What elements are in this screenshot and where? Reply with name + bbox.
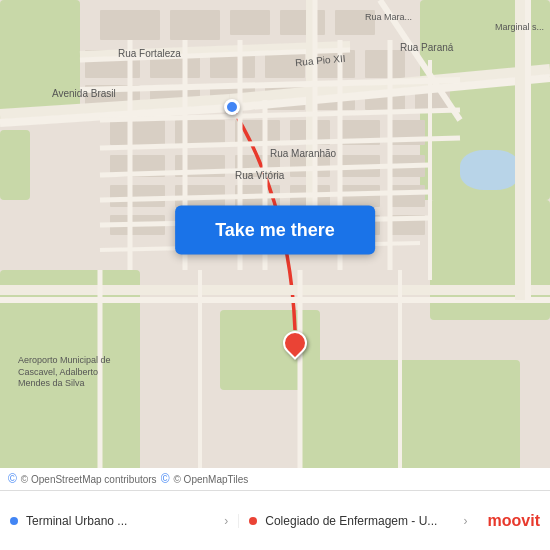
urban-block: [210, 50, 255, 78]
urban-block: [340, 120, 380, 145]
urban-block: [365, 85, 405, 110]
urban-block: [315, 85, 355, 110]
urban-block: [175, 120, 225, 145]
urban-block: [415, 85, 450, 110]
location-dest-icon: [249, 517, 257, 525]
bottom-arrow: ›: [224, 514, 228, 528]
location-origin-text: Terminal Urbano ...: [26, 514, 220, 528]
street-label-mara: Rua Mara...: [365, 12, 412, 22]
urban-block: [110, 120, 165, 145]
moovit-logo-highlight: m: [488, 512, 502, 529]
urban-block: [110, 185, 165, 207]
street-label-maranhao: Rua Maranhão: [270, 148, 336, 159]
urban-block: [110, 155, 165, 177]
take-me-there-button[interactable]: Take me there: [175, 206, 375, 255]
water-feature: [460, 150, 520, 190]
map-container: Rua Fortaleza Avenida Brasil Rua Maranhã…: [0, 0, 550, 490]
urban-block: [230, 10, 270, 35]
urban-block: [110, 215, 165, 235]
urban-block: [390, 155, 425, 177]
urban-block: [365, 50, 405, 78]
bottom-bar: Terminal Urbano ... › Colegiado de Enfer…: [0, 490, 550, 550]
location-dest-text: Colegiado de Enfermagem - U...: [265, 514, 459, 528]
urban-block: [290, 120, 330, 145]
urban-block: [340, 155, 380, 177]
attribution-icon-osm: ©: [8, 472, 17, 486]
green-area-7: [0, 130, 30, 200]
destination-marker: [283, 331, 307, 355]
urban-block: [175, 185, 225, 207]
urban-block: [235, 120, 280, 145]
street-label-avenida-brasil: Avenida Brasil: [52, 88, 116, 99]
urban-block: [235, 185, 280, 207]
street-label-marginal: Marginal s...: [495, 22, 544, 32]
green-area-3: [430, 200, 550, 320]
attribution-text-osm: © OpenStreetMap contributors: [21, 474, 157, 485]
street-label-parana: Rua Paraná: [400, 42, 453, 53]
destination-pin: [278, 326, 312, 360]
moovit-logo-rest: oovit: [502, 512, 540, 529]
bottom-arrow-dest: ›: [464, 514, 468, 528]
moovit-logo: moovit: [488, 512, 540, 530]
attribution-icon-omt: ©: [161, 472, 170, 486]
urban-block: [280, 10, 325, 35]
map-attribution: © © OpenStreetMap contributors © © OpenM…: [0, 468, 550, 490]
urban-block: [100, 10, 160, 40]
urban-block: [390, 215, 425, 235]
origin-marker: [224, 99, 240, 115]
urban-block: [150, 85, 200, 110]
street-label-fortaleza: Rua Fortaleza: [118, 48, 181, 59]
urban-block: [290, 185, 330, 207]
attribution-text-omt: © OpenMapTiles: [173, 474, 248, 485]
location-origin-icon: [10, 517, 18, 525]
urban-block: [390, 120, 425, 145]
moovit-logo-container: moovit: [478, 512, 550, 530]
urban-block: [175, 155, 225, 177]
street-label-aeroporto: Aeroporto Municipal de Cascavel, Adalber…: [18, 355, 118, 390]
location-origin[interactable]: Terminal Urbano ... ›: [0, 514, 239, 528]
street-label-vitoria: Rua Vitória: [235, 170, 284, 181]
urban-block: [390, 185, 425, 207]
urban-block: [340, 185, 380, 207]
urban-block: [265, 85, 305, 110]
location-dest[interactable]: Colegiado de Enfermagem - U... ›: [239, 514, 477, 528]
green-area-1: [0, 0, 80, 120]
urban-block: [170, 10, 220, 40]
